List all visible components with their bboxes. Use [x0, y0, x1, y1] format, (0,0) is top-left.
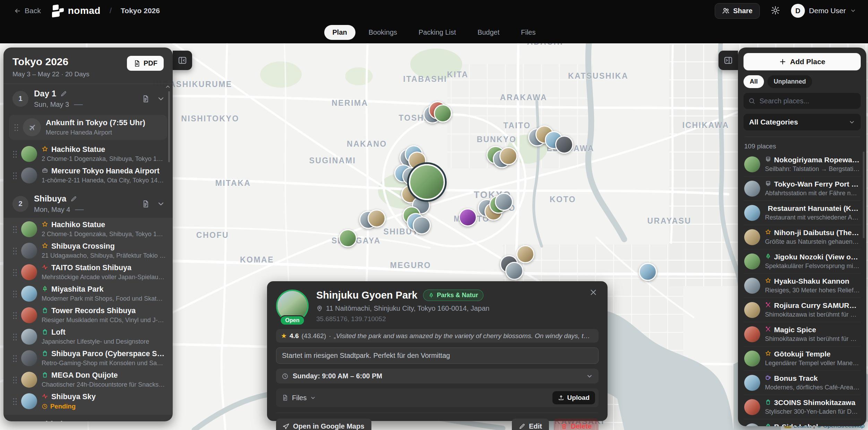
drag-handle[interactable] [12, 150, 17, 158]
place-list-item[interactable]: Bonus Track Modernes, dörfliches Café-Ar… [744, 371, 861, 395]
search-box[interactable] [744, 93, 861, 109]
drag-handle[interactable] [12, 333, 17, 341]
places-count: 109 places [744, 137, 860, 150]
itinerary-place-item[interactable]: Mercure Tokyo Haneda Airport 1-chōme-2-1… [3, 165, 173, 186]
tab-budget[interactable]: Budget [469, 25, 508, 40]
app-logo[interactable]: nomad [52, 4, 101, 17]
place-list-item[interactable]: Gōtokuji Temple Legendärer Tempel voller… [744, 346, 861, 371]
pdf-export-button[interactable]: PDF [127, 56, 164, 71]
category-badge: Parks & Natur [423, 290, 483, 301]
category-filter-select[interactable]: All Categories [744, 114, 861, 130]
map-district-label: ITABASHI [403, 75, 447, 84]
drag-handle[interactable] [12, 247, 17, 255]
chevron-down-icon[interactable] [157, 95, 165, 103]
scrollbar-thumb[interactable] [168, 91, 170, 162]
map-district-label: NISHITOKYO [181, 114, 239, 123]
tab-bookings[interactable]: Bookings [360, 25, 405, 40]
place-list-item[interactable]: 3COINS Shimokitazawa Stylischer 300-Yen-… [744, 395, 861, 419]
drag-handle[interactable] [12, 311, 17, 319]
add-place-button[interactable]: Add Place [744, 53, 861, 70]
place-list-item[interactable]: Jigoku Nozoki (View of Hell) Spektakulär… [744, 249, 861, 274]
scrollbar-thumb[interactable] [863, 152, 865, 238]
back-button[interactable]: Back [12, 6, 43, 15]
place-list-item[interactable]: Restaurant Harunatei (Kanaya Po... Resta… [744, 201, 861, 225]
milestone-card[interactable]: Ankunft in Tokyo (7:55 Uhr) Mercure Hane… [9, 115, 167, 140]
filter-pill-unplanned[interactable]: Unplanned [767, 75, 812, 88]
close-icon[interactable] [587, 288, 599, 299]
opening-hours-row[interactable]: Sunday: 9:00 AM – 6:00 PM [276, 369, 599, 384]
tab-files[interactable]: Files [513, 25, 544, 40]
share-button[interactable]: Share [715, 3, 760, 19]
itinerary-place-item[interactable]: MEGA Don Quijote Chaotischer 24h-Discoun… [3, 369, 173, 390]
map-marker-selected[interactable] [409, 164, 445, 200]
files-row[interactable]: Files Upload [276, 388, 599, 407]
map-marker[interactable] [495, 193, 513, 211]
drag-handle[interactable] [12, 172, 17, 179]
place-list-item[interactable]: Hyaku-Shaku Kannon Riesiges, 30 Meter ho… [744, 274, 861, 298]
map-marker[interactable] [505, 262, 523, 280]
pdf-label: PDF [144, 59, 157, 67]
delete-button[interactable]: Delete [554, 419, 599, 430]
theme-toggle-button[interactable] [769, 6, 782, 16]
day-header[interactable]: 1 Day 1 Sun, May 3 [3, 84, 173, 113]
map-marker[interactable] [555, 136, 573, 154]
tab-packing-list[interactable]: Packing List [410, 25, 464, 40]
drag-handle[interactable] [12, 397, 17, 405]
place-thumbnail [744, 326, 760, 342]
note-input[interactable] [276, 347, 599, 364]
place-list-item[interactable]: Magic Spice Shimokitazawa ist berühmt fü… [744, 322, 861, 346]
place-list-item[interactable]: Nokogiriyama Ropeway Sum... Seilbahn: Ta… [744, 152, 861, 177]
itinerary-place-item[interactable]: TAITO Station Shibuya Mehrstöckige Arcad… [3, 261, 173, 283]
map-marker[interactable] [459, 208, 477, 226]
day-header[interactable]: 2 Shibuya Mon, May 4 [3, 189, 173, 218]
map-marker[interactable] [434, 104, 452, 122]
itinerary-place-item[interactable]: Miyashita Park Moderner Park mit Shops, … [3, 283, 173, 304]
collapse-left-panel-button[interactable] [173, 51, 192, 70]
map-marker[interactable] [516, 245, 534, 263]
collapse-right-panel-button[interactable] [719, 51, 738, 70]
pencil-icon[interactable] [60, 91, 67, 97]
drag-handle[interactable] [12, 290, 17, 298]
map-marker[interactable] [413, 216, 431, 234]
day-section: 3 Guided Tagestour nach Nikkō Tue, May 5… [3, 415, 173, 421]
open-google-maps-button[interactable]: Open in Google Maps [276, 419, 371, 430]
pencil-icon[interactable] [70, 196, 77, 202]
map-marker[interactable] [339, 229, 357, 247]
place-list-item[interactable]: B-Side Label Hochwertige, wasserfeste St… [744, 419, 861, 426]
itinerary-place-item[interactable]: Loft Japanischer Lifestyle- und Designst… [3, 326, 173, 347]
place-list-item[interactable]: Nihon-ji Daibutsu (The Great ... Größte … [744, 225, 861, 249]
place-list-item[interactable]: Rojiura Curry SAMURAI. Shim... Shimokita… [744, 298, 861, 322]
user-menu[interactable]: D Demo User [791, 4, 856, 18]
itinerary-place-item[interactable]: Tower Records Shibuya Riesiger Musiklade… [3, 304, 173, 326]
tree-icon [428, 292, 434, 298]
map-marker[interactable] [368, 209, 386, 227]
itinerary-place-item[interactable]: Shibuya Crossing 21 Udagawacho, Shibuya,… [3, 240, 173, 261]
document-icon[interactable] [141, 200, 150, 208]
upload-button[interactable]: Upload [552, 391, 595, 404]
itinerary-place-item[interactable]: Hachiko Statue 2 Chome-1 Dogenzaka, Shib… [3, 143, 173, 165]
map-marker[interactable] [639, 263, 657, 281]
chevron-down-icon[interactable] [157, 200, 165, 208]
drag-handle[interactable] [12, 354, 17, 362]
itinerary-place-item[interactable]: Hachiko Statue 2 Chome-1 Dogenzaka, Shib… [3, 218, 173, 240]
day-section: 2 Shibuya Mon, May 4 Hachik [3, 189, 173, 415]
itinerary-place-item[interactable]: Shibuya Sky Pending [3, 390, 173, 412]
drag-handle[interactable] [12, 225, 17, 233]
drag-handle[interactable] [12, 376, 17, 384]
filter-pill-all[interactable]: All [744, 75, 764, 88]
tab-plan[interactable]: Plan [324, 25, 355, 40]
drag-handle[interactable] [12, 268, 17, 276]
edit-button[interactable]: Edit [512, 419, 549, 430]
itinerary-place-item[interactable]: Shibuya Parco (Cyberspace Shibuya) Retro… [3, 347, 173, 369]
drag-handle[interactable] [14, 123, 18, 131]
star-icon [42, 242, 48, 249]
map-marker[interactable] [499, 147, 517, 165]
place-list-item[interactable]: Tokyo-Wan Ferry Port Kuriha... Abfahrtss… [744, 177, 861, 201]
document-icon[interactable] [141, 95, 150, 103]
back-label: Back [25, 7, 41, 15]
place-thumbnail [21, 146, 37, 162]
day-header[interactable]: 3 Guided Tagestour nach Nikkō Tue, May 5 [3, 415, 173, 421]
search-input[interactable] [759, 97, 856, 105]
scroll-up-icon[interactable] [165, 84, 171, 90]
map-district-label: ARAKAWA [500, 93, 547, 102]
